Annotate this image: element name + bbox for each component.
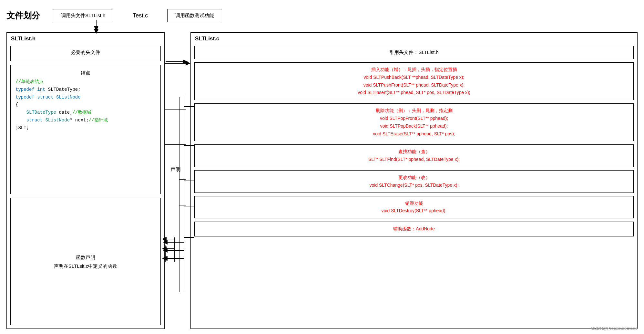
page-container: 文件划分 调用头文件SLTList.h Test.c 调用函数测试功能 SLTL… bbox=[0, 0, 644, 334]
rbox-helper-text: 辅助函数：AddNode bbox=[393, 225, 434, 233]
right-panel-content: 引用头文件：SLTList.h 插入功能（增）：尾插，头插，指定位置插 void… bbox=[194, 46, 634, 325]
rbox-find-code: SLT* SLTFind(SLT* pphead, SLTDateType x)… bbox=[368, 156, 460, 163]
rbox-include-text: 引用头文件：SLTList.h bbox=[389, 49, 438, 56]
rbox-modify-code: void SLTChange(SLT* pos, SLTDateType x); bbox=[369, 182, 458, 189]
rbox-modify: 更改功能（改） void SLTChange(SLT* pos, SLTDate… bbox=[194, 170, 634, 193]
top-layout: 文件划分 调用头文件SLTList.h Test.c 调用函数测试功能 bbox=[6, 6, 638, 25]
code-line-6: struct SListNode* next;//指针域 bbox=[15, 117, 156, 124]
main-area: SLTList.h 必要的头文件 结点 //单链表结点 typedef int … bbox=[6, 32, 638, 329]
rbox-insert-code: void SLTPushBack(SLT **phead, SLTDateTyp… bbox=[358, 74, 470, 97]
rbox-destroy-title: 销毁功能 bbox=[405, 200, 423, 207]
rbox-find-title: 查找功能（查） bbox=[398, 148, 430, 156]
code-line-3: typedef struct SListNode bbox=[15, 94, 156, 101]
code-line-1: //单链表结点 bbox=[15, 78, 156, 86]
rbox-include: 引用头文件：SLTList.h bbox=[194, 46, 634, 59]
left-panel: SLTList.h 必要的头文件 结点 //单链表结点 typedef int … bbox=[6, 32, 165, 329]
rbox-helper: 辅助函数：AddNode bbox=[194, 222, 634, 236]
rbox-modify-title: 更改功能（改） bbox=[398, 174, 430, 182]
page-title: 文件划分 bbox=[6, 10, 40, 21]
code-line-5: SLTDateType date;//数据域 bbox=[15, 109, 156, 117]
left-panel-title: SLTList.h bbox=[11, 36, 36, 42]
rbox-delete: 删除功能（删）：头删，尾删，指定删 void SLTPopFront(SLT**… bbox=[194, 103, 634, 141]
header-files-box: 必要的头文件 bbox=[10, 46, 161, 61]
node-section: 结点 //单链表结点 typedef int SLTDateType; type… bbox=[10, 65, 161, 194]
rbox-insert-title: 插入功能（增）：尾插，头插，指定位置插 bbox=[371, 66, 457, 74]
func-decl-box: 函数声明 声明在SLTLsit.c中定义的函数 bbox=[10, 198, 161, 325]
header-files-title: 必要的头文件 bbox=[15, 49, 156, 56]
func-decl-line1: 函数声明 bbox=[15, 253, 156, 262]
right-panel-title: SLTList.c bbox=[195, 36, 219, 42]
right-panel: SLTList.c 引用头文件：SLTList.h 插入功能（增）：尾插，头插，… bbox=[190, 32, 638, 329]
rbox-insert: 插入功能（增）：尾插，头插，指定位置插 void SLTPushBack(SLT… bbox=[194, 62, 634, 100]
left-panel-content: 必要的头文件 结点 //单链表结点 typedef int SLTDateTyp… bbox=[10, 46, 161, 325]
code-line-4: { bbox=[15, 101, 156, 109]
code-line-7: }SLT; bbox=[15, 124, 156, 132]
rbox-destroy: 销毁功能 void SLTDestroy(SLT** pphead); bbox=[194, 196, 634, 219]
func-decl-text: 函数声明 声明在SLTLsit.c中定义的函数 bbox=[15, 253, 156, 270]
top-center-label: Test.c bbox=[113, 12, 167, 19]
code-block: //单链表结点 typedef int SLTDateType; typedef… bbox=[15, 78, 156, 132]
rbox-find: 查找功能（查） SLT* SLTFind(SLT* pphead, SLTDat… bbox=[194, 144, 634, 167]
rbox-delete-title: 删除功能（删）：头删，尾删，指定删 bbox=[376, 107, 453, 115]
node-title: 结点 bbox=[15, 70, 156, 76]
watermark: CSDN@ProcedureStone bbox=[591, 326, 638, 331]
top-left-box: 调用头文件SLTList.h bbox=[53, 9, 113, 22]
func-decl-line2: 声明在SLTLsit.c中定义的函数 bbox=[15, 262, 156, 270]
rbox-destroy-code: void SLTDestroy(SLT** pphead); bbox=[382, 207, 447, 215]
top-right-box: 调用函数测试功能 bbox=[167, 9, 222, 22]
code-line-2: typedef int SLTDateType; bbox=[15, 86, 156, 94]
rbox-delete-code: void SLTPopFront(SLT** pphead); void SLT… bbox=[373, 115, 455, 138]
